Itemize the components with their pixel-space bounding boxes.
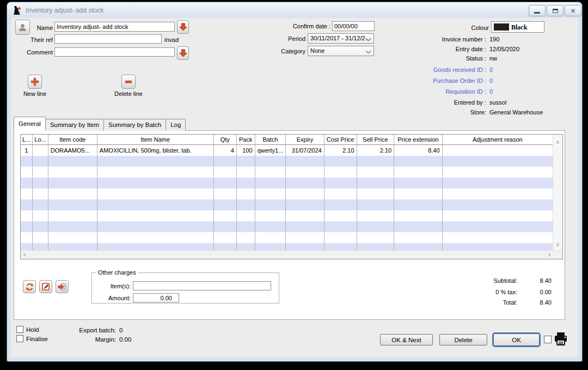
cell-batch: qwerty1...	[255, 145, 286, 156]
tab-log[interactable]: Log	[166, 119, 186, 131]
vertical-scrollbar[interactable]: ∧ ∨	[553, 135, 562, 251]
cell-sell-price	[357, 210, 394, 221]
comment-dropdown-button[interactable]	[177, 46, 189, 60]
cell-expiry: 31/07/2024	[286, 145, 324, 156]
info-row-6: Entered by :sussol	[381, 99, 577, 106]
export-batch-label: Export batch:	[65, 327, 116, 333]
cell-sell-price	[357, 232, 394, 243]
colour-select[interactable]: Black	[491, 21, 544, 33]
maximize-button[interactable]	[547, 5, 564, 16]
info-row-1: Entry date :12/05/2020	[381, 46, 577, 52]
cell-expiry	[286, 156, 324, 167]
cell-item-code	[48, 221, 97, 232]
column-header[interactable]: Pack	[236, 135, 255, 145]
other-charges-amount-input[interactable]	[133, 293, 179, 302]
new-line-button[interactable]	[28, 75, 42, 89]
column-header[interactable]: Batch	[255, 135, 286, 145]
tab-summary-by-batch[interactable]: Summary by Batch	[103, 119, 166, 131]
column-header[interactable]: Cost Price	[324, 135, 357, 145]
cell-item-code: DORAAMO5...	[48, 145, 97, 156]
cell-item-name	[97, 199, 213, 210]
info-value: nw	[489, 55, 497, 62]
chevron-left-icon[interactable]: ‹	[23, 251, 26, 258]
msupply-logo-icon	[12, 5, 23, 16]
column-header[interactable]: Qty	[213, 135, 236, 145]
cell-cost-price	[324, 232, 357, 243]
tab-bar: GeneralSummary by ItemSummary by BatchLo…	[14, 117, 185, 131]
column-header[interactable]: Price extension	[394, 135, 442, 145]
name-input[interactable]	[54, 22, 175, 32]
cell-adjustment-reason	[442, 178, 553, 189]
cell-qty	[213, 178, 236, 189]
hold-label: Hold	[26, 326, 39, 333]
column-header[interactable]: Item Name	[97, 135, 213, 145]
delete-button[interactable]: Delete	[439, 334, 487, 345]
cell-pack	[236, 178, 255, 189]
comment-input[interactable]	[54, 47, 175, 57]
colour-swatch	[494, 23, 509, 31]
table-empty-row	[21, 232, 553, 243]
down-arrow-icon	[179, 48, 187, 58]
cell-price-extension	[394, 232, 442, 243]
hold-checkbox[interactable]	[16, 326, 23, 333]
column-header[interactable]: Sell Price	[357, 135, 394, 145]
minimize-button[interactable]	[529, 5, 546, 16]
tab-summary-by-item[interactable]: Summary by Item	[45, 119, 104, 131]
table-empty-row	[21, 189, 553, 199]
table-row[interactable]: 1DORAAMO5...AMOXICILLIN, 500mg, blister,…	[21, 145, 553, 156]
maximize-icon	[553, 9, 558, 13]
cell-lo-	[33, 189, 48, 199]
print-checkbox[interactable]	[544, 336, 552, 343]
other-charges-items-input[interactable]	[133, 281, 271, 290]
info-label[interactable]: Requisition ID :	[381, 88, 486, 95]
column-header[interactable]: L...	[21, 135, 33, 145]
import-lines-button[interactable]	[56, 280, 69, 293]
column-header[interactable]: Adjustment reason	[442, 135, 553, 145]
cell-adjustment-reason	[442, 145, 553, 156]
tab-general[interactable]: General	[14, 117, 46, 131]
info-label[interactable]: Goods received ID :	[381, 66, 486, 73]
cell-l-: 1	[21, 145, 33, 156]
period-label: Period	[272, 35, 305, 42]
cell-pack	[236, 189, 255, 199]
titlebar[interactable]: Inventory adjust- add stock ✕	[7, 2, 582, 19]
cell-l-	[21, 232, 33, 243]
confirm-date-input[interactable]	[332, 21, 375, 31]
edit-button[interactable]	[39, 280, 52, 293]
minus-icon	[124, 77, 133, 86]
delete-line-button[interactable]	[121, 75, 136, 89]
cell-cost-price	[324, 156, 357, 167]
chevron-down-icon[interactable]: ∨	[553, 241, 562, 247]
category-label: Category	[272, 48, 305, 54]
cell-lo-	[33, 178, 48, 189]
info-value[interactable]: 0	[489, 66, 493, 73]
info-value[interactable]: 0	[489, 88, 493, 95]
chevron-up-icon[interactable]: ∧	[553, 139, 562, 145]
column-header[interactable]: Lo...	[33, 135, 48, 145]
cell-price-extension	[394, 167, 442, 178]
refresh-button[interactable]	[23, 280, 36, 293]
column-header[interactable]: Item code	[48, 135, 97, 145]
their-ref-input[interactable]	[54, 34, 162, 44]
period-value: 30/11/2017 - 31/12/2...	[310, 35, 370, 41]
finalise-checkbox[interactable]	[16, 335, 23, 342]
ok-button[interactable]: OK	[493, 333, 540, 346]
close-icon: ✕	[570, 8, 575, 14]
period-select[interactable]: 30/11/2017 - 31/12/2...	[308, 33, 374, 44]
chevron-right-icon[interactable]: ›	[548, 251, 550, 258]
column-header[interactable]: Expiry	[286, 135, 324, 145]
export-batch-value: 0	[119, 327, 122, 333]
cell-batch	[255, 232, 286, 243]
cell-lo-	[33, 243, 48, 251]
total-label: Subtotal:	[441, 277, 517, 284]
info-label[interactable]: Purchase Order ID :	[381, 77, 486, 84]
printer-icon[interactable]	[554, 331, 568, 347]
horizontal-scrollbar[interactable]: ‹ ›	[21, 250, 553, 259]
category-select[interactable]: None	[308, 46, 374, 56]
info-value[interactable]: 0	[489, 77, 493, 84]
close-button[interactable]: ✕	[565, 5, 581, 16]
cell-item-code	[48, 178, 97, 189]
name-dropdown-button[interactable]	[177, 20, 189, 34]
ok-next-button[interactable]: OK & Next	[380, 334, 433, 345]
table-empty-row	[21, 156, 553, 167]
